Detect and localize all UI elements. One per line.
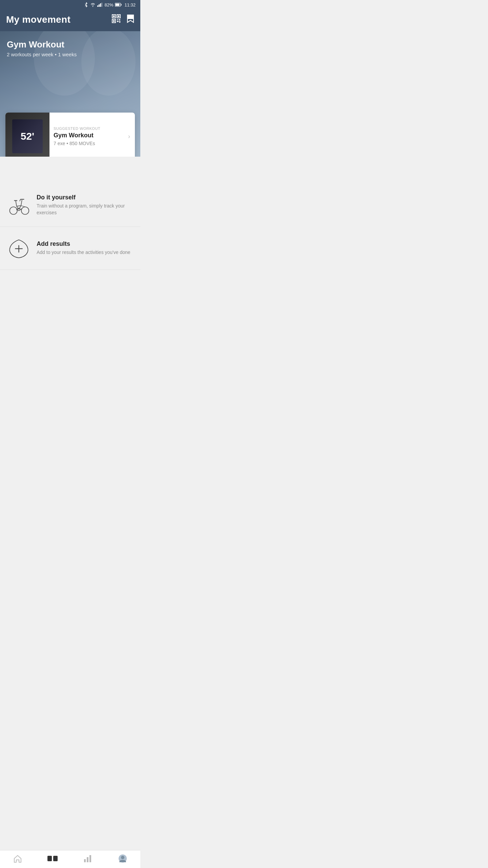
svg-rect-1 bbox=[99, 4, 100, 7]
svg-rect-5 bbox=[121, 4, 122, 6]
svg-rect-6 bbox=[116, 4, 120, 6]
svg-rect-13 bbox=[117, 19, 118, 20]
wifi-icon bbox=[90, 3, 96, 7]
suggested-workout-card[interactable]: 52' SUGGESTED WORKOUT Gym Workout 7 exe … bbox=[5, 113, 135, 157]
header: My movement bbox=[0, 9, 140, 31]
workout-duration: 52' bbox=[21, 131, 35, 142]
svg-point-26 bbox=[9, 207, 17, 214]
bookmark-button[interactable] bbox=[127, 14, 134, 25]
svg-rect-16 bbox=[119, 21, 120, 23]
svg-line-31 bbox=[21, 205, 25, 207]
do-it-yourself-item[interactable]: Do it yourself Train without a program, … bbox=[0, 184, 140, 227]
svg-rect-2 bbox=[100, 3, 101, 7]
battery-icon bbox=[115, 3, 122, 7]
add-results-text: Add results Add to your results the acti… bbox=[37, 240, 130, 256]
do-it-yourself-desc: Train without a program, simply track yo… bbox=[37, 203, 134, 216]
battery-percent: 82% bbox=[104, 2, 113, 7]
chevron-right-icon: › bbox=[128, 133, 135, 140]
header-actions bbox=[112, 14, 134, 25]
status-bar: 82% 11:32 bbox=[0, 0, 140, 9]
add-results-item[interactable]: Add results Add to your results the acti… bbox=[0, 227, 140, 270]
svg-line-20 bbox=[21, 200, 22, 205]
svg-rect-3 bbox=[101, 3, 102, 7]
add-results-desc: Add to your results the activities you'v… bbox=[37, 249, 130, 256]
hero-section: Gym Workout 2 workouts per week • 1 week… bbox=[0, 31, 140, 157]
svg-rect-17 bbox=[127, 15, 134, 19]
time: 11:32 bbox=[124, 2, 136, 7]
hero-title: Gym Workout bbox=[7, 39, 134, 50]
suggested-label: SUGGESTED WORKOUT bbox=[54, 126, 124, 131]
svg-rect-14 bbox=[119, 19, 120, 20]
plus-badge-icon bbox=[7, 236, 30, 260]
main-content: Do it yourself Train without a program, … bbox=[0, 157, 140, 270]
status-icons: 82% bbox=[84, 2, 122, 7]
suggested-details: 7 exe • 850 MOVEs bbox=[54, 141, 124, 146]
svg-rect-10 bbox=[118, 16, 120, 17]
workout-info: SUGGESTED WORKOUT Gym Workout 7 exe • 85… bbox=[49, 122, 128, 151]
do-it-yourself-text: Do it yourself Train without a program, … bbox=[37, 194, 134, 216]
bike-icon bbox=[7, 193, 30, 217]
suggested-name: Gym Workout bbox=[54, 132, 124, 139]
svg-line-22 bbox=[20, 199, 20, 201]
qr-code-button[interactable] bbox=[112, 14, 121, 25]
svg-point-30 bbox=[21, 207, 28, 214]
workout-thumbnail: 52' bbox=[5, 113, 49, 157]
svg-line-19 bbox=[16, 200, 17, 206]
do-it-yourself-title: Do it yourself bbox=[37, 194, 134, 201]
hero-text: Gym Workout 2 workouts per week • 1 week… bbox=[0, 31, 140, 57]
svg-rect-12 bbox=[113, 20, 115, 22]
svg-rect-15 bbox=[117, 21, 119, 22]
bluetooth-icon bbox=[84, 2, 88, 7]
hero-subtitle: 2 workouts per week • 1 weeks bbox=[7, 52, 134, 57]
add-results-title: Add results bbox=[37, 240, 130, 248]
svg-rect-0 bbox=[97, 5, 98, 7]
signal-icon bbox=[97, 3, 103, 7]
page-title: My movement bbox=[6, 14, 70, 25]
svg-rect-8 bbox=[113, 16, 115, 17]
